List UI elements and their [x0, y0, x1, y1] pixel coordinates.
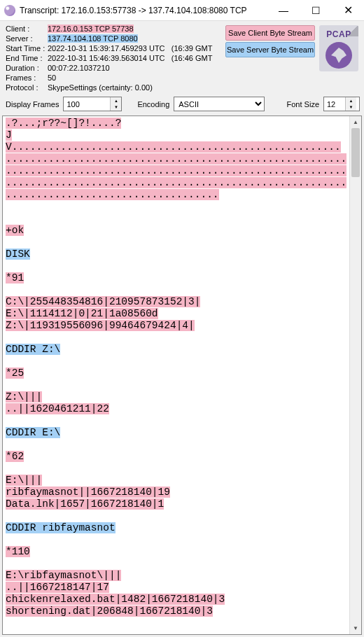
server-line: DISK	[6, 248, 30, 260]
toolbar: Display Frames ▲▼ Encoding ASCII Font Si…	[0, 94, 364, 115]
client-line: *110	[6, 546, 30, 557]
duration-value: 00:07:22.1037210	[48, 64, 110, 72]
window-title: Transcript: 172.16.0.153:57738 -> 137.74…	[20, 6, 267, 15]
protocol-value: SkypeSettings (certainty: 0.00)	[48, 83, 153, 92]
client-line: E:\|1114112|0|21|1a08560d	[6, 308, 158, 319]
minimize-button[interactable]: —	[267, 0, 300, 20]
encoding-label: Encoding	[137, 100, 169, 108]
fontsize-field[interactable]	[324, 97, 345, 111]
display-frames-field[interactable]	[64, 97, 110, 111]
spin-up-icon[interactable]: ▲	[346, 97, 356, 104]
client-line: ........................................…	[6, 177, 346, 188]
client-line: Z:\|||	[6, 391, 42, 402]
start-local: (16:39 GMT	[172, 44, 213, 52]
spin-up-icon[interactable]: ▲	[111, 97, 121, 104]
display-frames-input[interactable]: ▲▼	[63, 97, 122, 111]
client-line: .?...;r??~[]?!....?	[6, 118, 121, 129]
client-line: *25	[6, 368, 24, 379]
client-line: JV......................................…	[6, 130, 341, 153]
end-local: (16:46 GMT	[172, 54, 213, 62]
pcap-icon[interactable]: PCAP	[319, 25, 358, 71]
app-icon	[4, 5, 15, 16]
scroll-up-icon[interactable]: ▲	[350, 116, 361, 128]
client-line: ribfaymasnot||1667218140|19	[6, 486, 170, 498]
client-line: shortening.dat|206848|1667218140|3	[6, 606, 213, 617]
client-line: Z:\|119319556096|99464679424|4|	[6, 320, 195, 331]
client-line: chickenrelaxed.bat|1482|1667218140|3	[6, 594, 225, 605]
client-value: 172.16.0.153 TCP 57738	[48, 24, 134, 33]
client-line: ........................................…	[6, 165, 346, 176]
titlebar: Transcript: 172.16.0.153:57738 -> 137.74…	[0, 0, 364, 21]
start-value: 2022-10-31 15:39:17.459293 UTC	[48, 44, 165, 52]
client-line: E:\|||	[6, 475, 42, 486]
duration-label: Duration :	[6, 64, 48, 72]
maximize-button[interactable]: ☐	[300, 0, 332, 20]
client-line: ...................................	[6, 189, 219, 200]
pcap-label: PCAP	[319, 29, 358, 39]
server-line: CDDIR ribfaymasnot	[6, 522, 115, 533]
client-line: Data.lnk|1657|1667218140|1	[6, 498, 164, 510]
protocol-label: Protocol :	[6, 83, 48, 92]
fontsize-input[interactable]: ▲▼	[323, 97, 360, 111]
server-label: Server :	[6, 34, 48, 43]
client-label: Client :	[6, 24, 48, 33]
client-line: ........................................…	[6, 153, 346, 164]
scroll-thumb[interactable]	[351, 128, 360, 177]
frames-value: 50	[48, 74, 56, 82]
client-line: +ok	[6, 225, 24, 236]
gear-icon	[326, 42, 352, 69]
window-controls: — ☐ ✕	[267, 0, 364, 20]
display-frames-label: Display Frames	[6, 100, 59, 108]
client-line: ..||1620461211|22	[6, 403, 109, 414]
client-line: *62	[6, 451, 24, 462]
client-line: E:\ribfaymasnot\|||	[6, 570, 121, 581]
client-line: *91	[6, 272, 24, 284]
frames-label: Frames :	[6, 74, 48, 82]
server-value: 137.74.104.108 TCP 8080	[48, 34, 138, 43]
scroll-down-icon[interactable]: ▼	[350, 622, 361, 634]
save-client-button[interactable]: Save Client Byte Stream	[225, 25, 315, 41]
scrollbar[interactable]: ▲ ▼	[349, 116, 361, 634]
save-server-button[interactable]: Save Server Byte Stream	[225, 42, 315, 57]
transcript-viewport: .?...;r??~[]?!....? JV..................…	[2, 115, 362, 635]
spin-down-icon[interactable]: ▼	[346, 104, 356, 111]
spin-down-icon[interactable]: ▼	[111, 104, 121, 111]
metadata-panel: Client :172.16.0.153 TCP 57738 Server :1…	[0, 21, 364, 94]
end-value: 2022-10-31 15:46:39.563014 UTC	[48, 54, 165, 62]
end-label: End Time :	[6, 54, 48, 62]
server-line: CDDIR Z:\	[6, 344, 60, 355]
fontsize-label: Font Size	[287, 100, 319, 108]
start-label: Start Time :	[6, 44, 48, 52]
encoding-select[interactable]: ASCII	[174, 97, 265, 111]
client-line: ..||1667218147|17	[6, 582, 109, 593]
scroll-track[interactable]	[350, 128, 361, 622]
client-line: C:\|255448354816|210957873152|3|	[6, 296, 200, 307]
server-line: CDDIR E:\	[6, 427, 60, 438]
transcript-content[interactable]: .?...;r??~[]?!....? JV..................…	[3, 116, 349, 634]
close-button[interactable]: ✕	[332, 0, 364, 20]
